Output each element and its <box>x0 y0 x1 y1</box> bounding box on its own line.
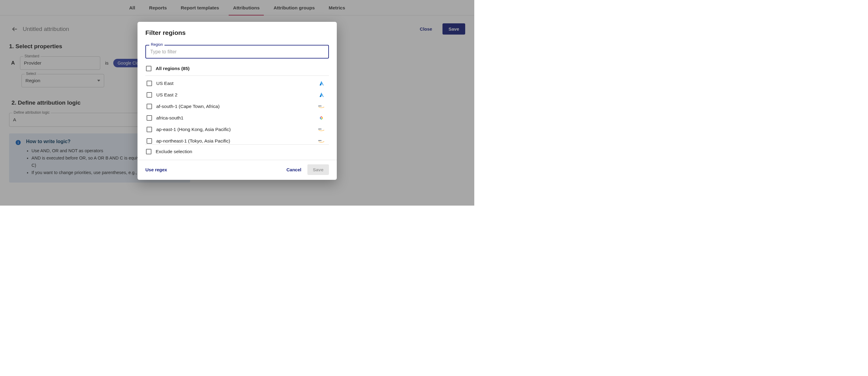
svg-marker-9 <box>324 107 324 107</box>
azure-icon <box>318 80 325 87</box>
svg-text:aws: aws <box>318 128 321 130</box>
region-row[interactable]: US East 2 <box>146 89 327 101</box>
region-checkbox[interactable] <box>147 92 152 98</box>
use-regex-link[interactable]: Use regex <box>145 167 167 172</box>
region-row[interactable]: US East <box>146 78 327 89</box>
region-row[interactable]: af-south-1 (Cape Town, Africa)aws <box>146 101 327 112</box>
region-label: af-south-1 (Cape Town, Africa) <box>156 104 314 109</box>
region-label: africa-south1 <box>156 115 314 121</box>
exclude-selection-row[interactable]: Exclude selection <box>145 145 329 160</box>
aws-icon: aws <box>318 103 325 110</box>
region-checkbox[interactable] <box>147 104 152 109</box>
region-list[interactable]: US EastUS East 2af-south-1 (Cape Town, A… <box>145 76 329 144</box>
region-checkbox[interactable] <box>147 115 152 121</box>
region-filter-input[interactable] <box>150 49 324 55</box>
all-regions-checkbox[interactable] <box>146 66 151 71</box>
region-row[interactable]: africa-south1 <box>146 112 327 124</box>
svg-text:aws: aws <box>318 105 321 107</box>
aws-icon: aws <box>318 126 325 133</box>
aws-icon: aws <box>318 138 325 144</box>
svg-text:aws: aws <box>318 140 321 141</box>
modal-cancel-button[interactable]: Cancel <box>286 167 301 172</box>
azure-icon <box>318 92 325 98</box>
svg-marker-11 <box>324 130 324 131</box>
region-checkbox[interactable] <box>147 138 152 144</box>
svg-marker-13 <box>324 141 324 142</box>
region-label: US East 2 <box>156 92 314 98</box>
exclude-selection-label: Exclude selection <box>156 149 328 154</box>
gcp-icon <box>318 115 325 121</box>
region-row[interactable]: ap-northeast-1 (Tokyo, Asia Pacific)aws <box>146 135 327 144</box>
region-label: ap-east-1 (Hong Kong, Asia Pacific) <box>156 127 314 132</box>
exclude-selection-checkbox[interactable] <box>146 149 151 154</box>
region-label: US East <box>156 81 314 86</box>
region-label: ap-northeast-1 (Tokyo, Asia Pacific) <box>156 138 314 144</box>
region-input-wrapper[interactable]: Region <box>145 45 329 59</box>
filter-regions-modal: Filter regions Region All regions (85) U… <box>137 22 337 180</box>
modal-overlay[interactable]: Filter regions Region All regions (85) U… <box>0 0 474 206</box>
region-checkbox[interactable] <box>147 127 152 132</box>
all-regions-row[interactable]: All regions (85) <box>145 64 329 76</box>
modal-save-button: Save <box>307 164 329 175</box>
region-checkbox[interactable] <box>147 81 152 86</box>
modal-footer: Use regex Cancel Save <box>137 160 337 180</box>
modal-title: Filter regions <box>137 22 337 39</box>
region-row[interactable]: ap-east-1 (Hong Kong, Asia Pacific)aws <box>146 124 327 135</box>
all-regions-label: All regions (85) <box>156 66 328 71</box>
region-input-label: Region <box>149 42 164 47</box>
